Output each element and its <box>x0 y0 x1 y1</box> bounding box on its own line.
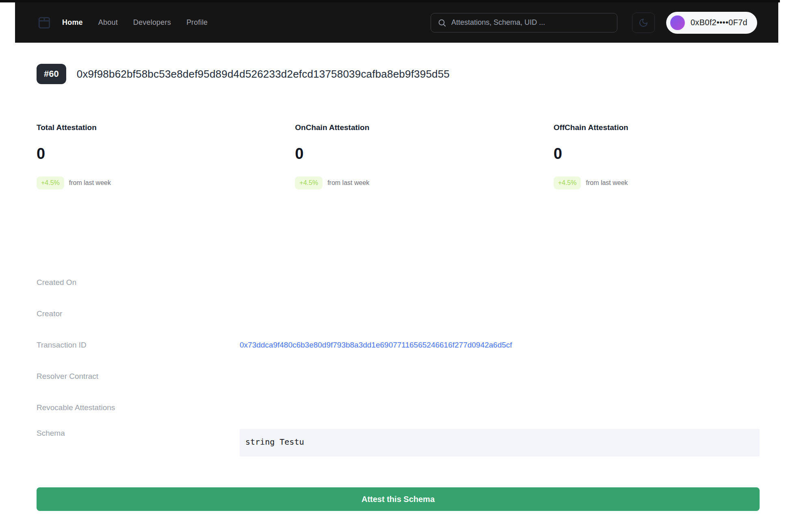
brand-logo[interactable] <box>36 15 52 31</box>
stat-title: Total Attestation <box>37 123 295 132</box>
nav-item-profile[interactable]: Profile <box>186 18 208 27</box>
main-content: #60 0x9f98b62bf58bc53e8def95d89d4d526233… <box>0 64 812 511</box>
search-icon <box>437 18 446 27</box>
stat-value: 0 <box>37 145 295 163</box>
archive-box-icon <box>37 15 52 30</box>
detail-row-creator: Creator <box>37 298 812 329</box>
stat-value: 0 <box>554 145 812 163</box>
navbar: Home About Developers Profile 0xB0f2••••… <box>15 2 778 43</box>
nav-item-developers[interactable]: Developers <box>133 18 171 27</box>
nav-item-home[interactable]: Home <box>62 18 83 27</box>
schema-header: #60 0x9f98b62bf58bc53e8def95d89d4d526233… <box>37 64 812 84</box>
detail-label: Revocable Attestations <box>37 403 240 412</box>
detail-row-schema: Schema string Testu <box>37 429 812 456</box>
wallet-address: 0xB0f2••••0F7d <box>691 18 747 27</box>
detail-row-transaction-id: Transaction ID 0x73ddca9f480c6b3e80d9f79… <box>37 329 812 361</box>
delta-note: from last week <box>586 179 628 187</box>
schema-uid: 0x9f98b62bf58bc53e8def95d89d4d526233d2ef… <box>77 68 450 80</box>
detail-row-created-on: Created On <box>37 267 812 298</box>
schema-code-block: string Testu <box>240 429 760 456</box>
delta-badge: +4.5% <box>37 176 64 189</box>
stat-value: 0 <box>295 145 553 163</box>
stat-card-total: Total Attestation 0 +4.5% from last week <box>37 123 295 189</box>
detail-label: Schema <box>37 429 240 438</box>
delta-badge: +4.5% <box>295 176 323 189</box>
details-section: Created On Creator Transaction ID 0x73dd… <box>37 267 812 456</box>
nav-item-about[interactable]: About <box>98 18 118 27</box>
wallet-button[interactable]: 0xB0f2••••0F7d <box>666 12 757 34</box>
stat-delta-row: +4.5% from last week <box>37 176 295 189</box>
detail-row-resolver-contract: Resolver Contract <box>37 361 812 392</box>
detail-row-revocable: Revocable Attestations <box>37 392 812 423</box>
stat-title: OnChain Attestation <box>295 123 553 132</box>
schema-id-badge: #60 <box>37 64 66 84</box>
stat-title: OffChain Attestation <box>554 123 812 132</box>
delta-note: from last week <box>327 179 369 187</box>
detail-label: Transaction ID <box>37 341 240 350</box>
theme-toggle-button[interactable] <box>632 13 655 33</box>
wallet-avatar <box>670 15 685 30</box>
stat-card-offchain: OffChain Attestation 0 +4.5% from last w… <box>554 123 812 189</box>
moon-icon <box>639 18 648 28</box>
stat-delta-row: +4.5% from last week <box>295 176 553 189</box>
detail-label: Creator <box>37 309 240 318</box>
nav-links: Home About Developers Profile <box>62 18 208 27</box>
search-box[interactable] <box>431 13 617 33</box>
detail-label: Created On <box>37 278 240 287</box>
stat-delta-row: +4.5% from last week <box>554 176 812 189</box>
delta-badge: +4.5% <box>554 176 581 189</box>
delta-note: from last week <box>69 179 111 187</box>
detail-label: Resolver Contract <box>37 372 240 381</box>
search-input[interactable] <box>451 18 611 27</box>
stats-row: Total Attestation 0 +4.5% from last week… <box>37 123 812 189</box>
transaction-id-link[interactable]: 0x73ddca9f480c6b3e80d9f793b8a3dd1e690771… <box>240 341 512 350</box>
attest-schema-button[interactable]: Attest this Schema <box>37 487 760 511</box>
stat-card-onchain: OnChain Attestation 0 +4.5% from last we… <box>295 123 553 189</box>
